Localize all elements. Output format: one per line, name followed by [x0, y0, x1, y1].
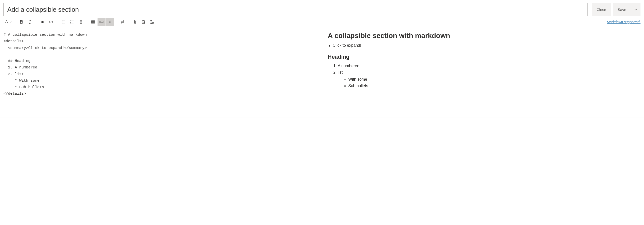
numbered-icon: 1 2 3	[70, 20, 74, 24]
markdown-editor[interactable]: # A collapsible section with markdown <d…	[0, 28, 322, 118]
preview-heading-1: A collapsible section with markdown	[328, 32, 639, 40]
save-button[interactable]: Save	[613, 3, 631, 16]
svg-point-8	[62, 22, 62, 22]
checklist-button[interactable]	[77, 18, 85, 26]
hash-icon	[120, 20, 125, 24]
fullscreen-icon	[108, 20, 112, 24]
table-icon	[91, 20, 95, 24]
list-item: list With some Sub bullets	[338, 70, 639, 88]
bold-icon	[19, 20, 24, 24]
svg-point-6	[62, 20, 62, 21]
svg-text:3: 3	[70, 23, 71, 24]
svg-rect-7	[63, 21, 65, 21]
preview-sub-list: With some Sub bullets	[338, 77, 639, 88]
numbered-list-button[interactable]: 1 2 3	[68, 18, 76, 26]
collapsible-summary[interactable]: ▼ Click to expand!	[328, 43, 639, 48]
checklist-icon	[78, 20, 83, 24]
svg-point-37	[151, 23, 152, 24]
list-item: Sub bullets	[348, 84, 639, 88]
svg-line-5	[51, 21, 51, 23]
preview-heading-2: Heading	[328, 54, 639, 60]
branch-button[interactable]	[148, 18, 156, 26]
list-item: A numbered	[338, 64, 639, 68]
close-button[interactable]: Close	[592, 3, 610, 16]
svg-point-36	[151, 20, 152, 21]
chevron-down-icon	[634, 8, 637, 11]
format-icon	[5, 20, 9, 24]
link-button[interactable]	[39, 18, 47, 26]
mention-button[interactable]	[119, 18, 127, 26]
list-item: With some	[348, 77, 639, 82]
summary-text: Click to expand!	[333, 43, 361, 48]
svg-rect-38	[153, 22, 154, 24]
bullet-list-button[interactable]	[60, 18, 68, 26]
preview-mode-button[interactable]: Abc	[98, 18, 106, 26]
chevron-down-icon	[10, 21, 12, 23]
svg-rect-34	[142, 21, 145, 24]
bold-button[interactable]	[18, 18, 26, 26]
bullets-icon	[61, 20, 66, 24]
triangle-down-icon: ▼	[328, 43, 331, 47]
svg-rect-23	[92, 21, 95, 23]
svg-text:Abc: Abc	[100, 21, 103, 23]
list-item-text: list	[338, 70, 343, 74]
svg-line-2	[30, 20, 30, 24]
markdown-supported-link[interactable]: Markdown supported.	[607, 20, 640, 24]
italic-button[interactable]	[26, 18, 34, 26]
branch-icon	[150, 19, 155, 24]
title-input[interactable]	[4, 3, 587, 16]
svg-line-33	[123, 20, 124, 24]
code-icon	[49, 19, 54, 24]
code-button[interactable]	[47, 18, 55, 26]
format-text-button[interactable]	[4, 18, 13, 26]
preview-pane: A collapsible section with markdown ▼ Cl…	[322, 28, 644, 118]
attach-button[interactable]	[131, 18, 139, 26]
svg-rect-9	[63, 22, 65, 22]
attach-icon	[133, 20, 137, 24]
save-dropdown-button[interactable]	[631, 3, 640, 16]
link-icon	[40, 19, 45, 24]
paste-code-icon	[141, 20, 146, 24]
preview-abc-icon: Abc	[99, 20, 104, 24]
paste-code-button[interactable]	[140, 18, 148, 26]
svg-rect-11	[63, 23, 65, 23]
svg-line-32	[122, 20, 122, 24]
fullscreen-button[interactable]	[106, 18, 114, 26]
preview-ordered-list: A numbered list With some Sub bullets	[328, 64, 639, 88]
italic-icon	[28, 20, 32, 24]
table-button[interactable]	[89, 18, 97, 26]
svg-point-10	[62, 23, 62, 23]
